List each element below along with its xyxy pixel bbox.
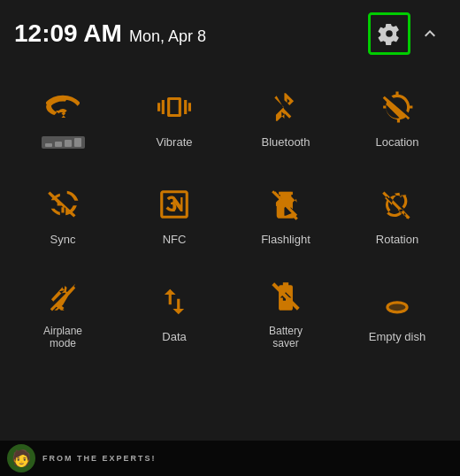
bluetooth-icon	[264, 86, 307, 128]
empty-dish-icon-svg	[380, 285, 414, 319]
nfc-label: NFC	[163, 233, 187, 247]
airplane-off-icon-svg	[46, 280, 80, 313]
flashlight-icon	[264, 183, 307, 226]
vibrate-icon	[153, 86, 196, 128]
flashlight-off-icon-svg	[269, 188, 303, 221]
tile-battery-saver[interactable]: Batterysaver	[230, 262, 341, 359]
settings-button[interactable]	[368, 12, 410, 55]
bluetooth-off-icon-svg	[269, 90, 303, 124]
tile-bluetooth[interactable]: Bluetooth	[230, 67, 341, 165]
wifi-signal-bars	[42, 136, 85, 149]
time-display: 12:09 AM	[14, 19, 122, 48]
time-date-display: 12:09 AM Mon, Apr 8	[14, 19, 206, 48]
wifi-icon-svg	[46, 91, 80, 125]
tile-wifi[interactable]	[7, 67, 119, 165]
empty-dish-icon	[376, 280, 418, 323]
bluetooth-label: Bluetooth	[262, 135, 310, 150]
tile-empty-dish[interactable]: Empty dish	[341, 262, 453, 359]
collapse-button[interactable]	[414, 12, 446, 55]
data-icon	[153, 280, 196, 323]
airplane-label: Airplanemode	[43, 325, 82, 350]
watermark-bar: 🧑 FROM THE EXPERTS!	[0, 441, 460, 476]
gear-icon	[378, 22, 401, 45]
location-label: Location	[375, 135, 418, 150]
sync-label: Sync	[50, 233, 76, 247]
flashlight-label: Flashlight	[261, 233, 310, 247]
tile-nfc[interactable]: NFC	[119, 165, 230, 262]
battery-saver-icon	[264, 275, 307, 318]
vibrate-label: Vibrate	[157, 135, 193, 150]
location-icon	[376, 86, 418, 128]
rotation-label: Rotation	[376, 233, 418, 247]
tile-flashlight[interactable]: Flashlight	[230, 165, 341, 262]
bar2	[55, 142, 62, 147]
wifi-label-area	[42, 136, 85, 149]
tiles-grid: Vibrate Bluetooth Location	[7, 67, 453, 359]
tile-vibrate[interactable]: Vibrate	[119, 67, 230, 165]
wifi-icon	[42, 87, 84, 129]
battery-saver-icon-svg	[269, 280, 303, 313]
nfc-icon-svg	[157, 188, 191, 221]
airplane-icon	[42, 275, 84, 318]
tile-data[interactable]: Data	[119, 262, 230, 359]
vibrate-icon-svg	[157, 90, 191, 124]
tile-rotation[interactable]: Rotation	[341, 165, 453, 262]
watermark-avatar: 🧑	[7, 444, 35, 472]
sync-off-icon-svg	[46, 188, 80, 221]
data-label: Data	[162, 330, 186, 344]
quick-settings-panel: Vibrate Bluetooth Location	[0, 64, 460, 359]
location-off-icon-svg	[380, 90, 414, 124]
empty-dish-label: Empty dish	[369, 330, 426, 344]
data-icon-svg	[157, 285, 191, 319]
rotation-off-icon-svg	[380, 188, 414, 221]
nfc-icon	[153, 183, 196, 226]
bar3	[65, 140, 72, 147]
tile-sync[interactable]: Sync	[7, 165, 119, 262]
svg-point-2	[387, 303, 407, 312]
bar1	[45, 143, 52, 147]
rotation-icon	[376, 183, 418, 226]
watermark-text: FROM THE EXPERTS!	[42, 454, 157, 463]
status-bar: 12:09 AM Mon, Apr 8	[0, 0, 460, 64]
chevron-up-icon	[419, 23, 441, 44]
bar4	[74, 138, 81, 147]
sync-icon	[42, 183, 84, 226]
tile-airplane[interactable]: Airplanemode	[7, 262, 119, 359]
date-display: Mon, Apr 8	[129, 27, 206, 46]
tile-location[interactable]: Location	[341, 67, 453, 165]
header-action-icons	[368, 12, 446, 55]
battery-saver-label: Batterysaver	[269, 325, 303, 350]
